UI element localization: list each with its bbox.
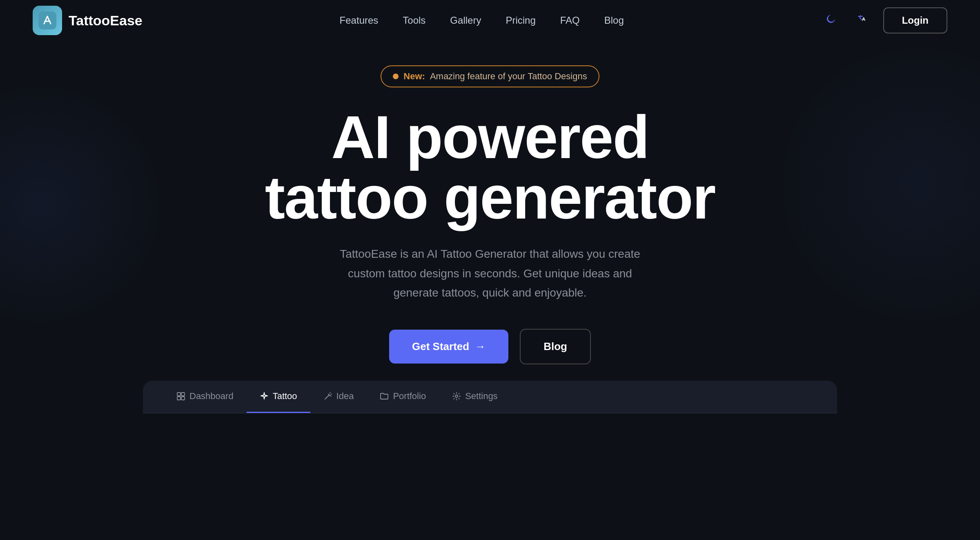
tab-dashboard[interactable]: Dashboard bbox=[163, 381, 247, 413]
hero-title: AI powered tattoo generator bbox=[265, 107, 715, 228]
navbar-actions: Login bbox=[821, 7, 947, 33]
nav-item-gallery[interactable]: Gallery bbox=[450, 15, 481, 26]
hero-subtitle: TattooEase is an AI Tattoo Generator tha… bbox=[335, 244, 645, 303]
nav-item-blog[interactable]: Blog bbox=[604, 15, 624, 26]
nav-item-tools[interactable]: Tools bbox=[403, 15, 425, 26]
arrow-icon: → bbox=[475, 340, 486, 353]
moon-icon bbox=[825, 13, 837, 28]
dark-mode-toggle[interactable] bbox=[821, 11, 841, 30]
hero-cta-buttons: Get Started → Blog bbox=[389, 329, 591, 364]
nav-item-faq[interactable]: FAQ bbox=[560, 15, 580, 26]
nav-item-features[interactable]: Features bbox=[340, 15, 379, 26]
svg-rect-4 bbox=[181, 397, 185, 400]
login-button[interactable]: Login bbox=[883, 7, 947, 33]
get-started-button[interactable]: Get Started → bbox=[389, 330, 508, 364]
svg-rect-1 bbox=[177, 393, 180, 396]
badge-text: Amazing feature of your Tattoo Designs bbox=[430, 71, 587, 82]
svg-rect-0 bbox=[38, 11, 56, 29]
hero-title-line1: AI powered bbox=[331, 103, 649, 171]
hero-section: New: Amazing feature of your Tattoo Desi… bbox=[0, 41, 980, 413]
svg-rect-2 bbox=[181, 393, 185, 396]
nav-links: Features Tools Gallery Pricing FAQ Blog bbox=[340, 15, 624, 26]
translate-toggle[interactable] bbox=[852, 11, 872, 30]
nav-item-pricing[interactable]: Pricing bbox=[506, 15, 535, 26]
brand-name: TattooEase bbox=[69, 13, 143, 29]
grid-icon bbox=[176, 392, 185, 401]
hero-badge: New: Amazing feature of your Tattoo Desi… bbox=[381, 65, 599, 87]
get-started-label: Get Started bbox=[412, 340, 469, 353]
badge-dot bbox=[393, 74, 399, 79]
navbar: TattooEase Features Tools Gallery Pricin… bbox=[0, 0, 980, 41]
badge-new-label: New: bbox=[403, 71, 425, 82]
brand-logo-link[interactable]: TattooEase bbox=[33, 6, 143, 35]
blog-button[interactable]: Blog bbox=[520, 329, 591, 364]
hero-title-line2: tattoo generator bbox=[265, 164, 715, 231]
brand-logo-icon bbox=[33, 6, 62, 35]
tab-dashboard-label: Dashboard bbox=[189, 391, 234, 402]
translate-icon bbox=[856, 13, 868, 28]
svg-rect-3 bbox=[177, 397, 180, 400]
